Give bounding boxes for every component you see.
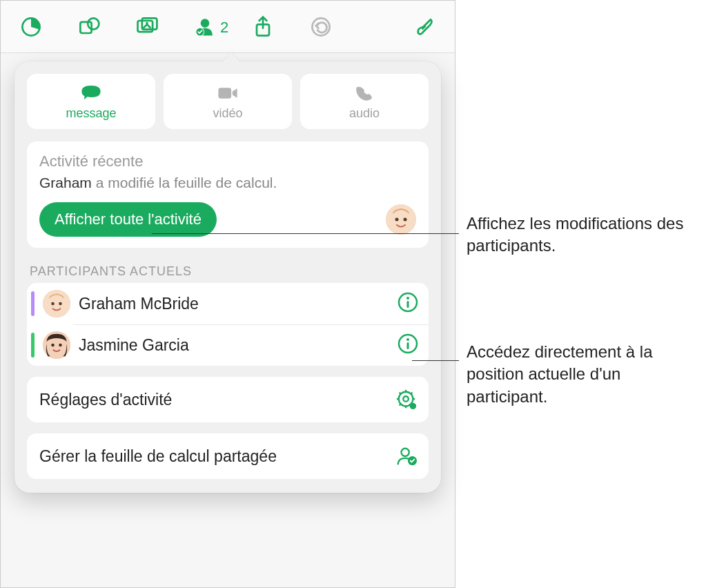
manage-shared-row[interactable]: Gérer la feuille de calcul partagée xyxy=(27,433,429,479)
info-icon xyxy=(397,291,419,313)
message-label: message xyxy=(66,106,116,121)
toolbar: 2 xyxy=(1,1,455,53)
svg-point-37 xyxy=(410,403,416,409)
svg-point-13 xyxy=(395,218,399,222)
show-all-activity-button[interactable]: Afficher toute l'activité xyxy=(39,202,217,237)
message-icon xyxy=(79,83,103,104)
activity-row: Afficher toute l'activité xyxy=(39,202,416,237)
participant-avatar xyxy=(43,331,70,359)
activity-settings-label: Réglages d'activité xyxy=(39,391,172,409)
collaborate-icon xyxy=(193,14,217,39)
participants-header: PARTICIPANTS ACTUELS xyxy=(27,264,429,283)
participant-name: Jasmine Garcia xyxy=(79,336,389,355)
message-button[interactable]: message xyxy=(27,74,155,129)
svg-point-38 xyxy=(401,449,409,456)
toolbar-shapes-button[interactable] xyxy=(75,13,103,41)
app-frame: 2 xyxy=(0,0,455,588)
callout-line xyxy=(412,360,459,361)
person-check-icon xyxy=(395,445,418,467)
activity-description: Graham a modifié la feuille de calcul. xyxy=(39,175,416,191)
gear-icon xyxy=(395,389,418,411)
pie-chart-icon xyxy=(19,14,43,39)
video-label: vidéo xyxy=(213,106,242,121)
paintbrush-icon xyxy=(412,14,437,39)
recent-activity-title: Activité récente xyxy=(39,153,416,170)
toolbar-collaborate-button[interactable]: 2 xyxy=(191,13,219,41)
svg-point-28 xyxy=(403,396,409,402)
svg-point-14 xyxy=(404,218,407,222)
activity-avatar xyxy=(386,204,416,235)
avatar-face-icon xyxy=(386,204,416,235)
media-icon xyxy=(135,14,159,39)
collab-count: 2 xyxy=(220,19,228,37)
svg-point-22 xyxy=(51,344,55,347)
callout-line xyxy=(152,233,459,234)
svg-point-16 xyxy=(51,302,55,306)
audio-icon xyxy=(353,83,376,104)
audio-button[interactable]: audio xyxy=(300,74,429,129)
toolbar-media-button[interactable] xyxy=(133,13,161,41)
participant-row[interactable]: Graham McBride xyxy=(27,283,429,324)
svg-point-17 xyxy=(59,302,62,306)
svg-point-19 xyxy=(406,297,409,300)
info-icon xyxy=(397,333,419,355)
toolbar-chart-button[interactable] xyxy=(17,13,45,41)
participant-info-button[interactable] xyxy=(397,333,419,357)
avatar-face-icon xyxy=(43,290,70,317)
svg-point-25 xyxy=(406,338,409,341)
svg-rect-26 xyxy=(407,342,409,349)
presence-indicator xyxy=(31,333,35,357)
callout-position: Accédez directement à la position actuel… xyxy=(467,341,701,408)
manage-shared-label: Gérer la feuille de calcul partagée xyxy=(39,447,277,466)
svg-point-23 xyxy=(59,344,62,347)
participant-avatar xyxy=(43,290,70,317)
activity-action: a modifié la feuille de calcul. xyxy=(92,175,277,190)
toolbar-format-button[interactable] xyxy=(411,13,438,41)
participants-list: Graham McBride xyxy=(27,283,429,366)
presence-indicator xyxy=(31,291,35,316)
toolbar-share-button[interactable] xyxy=(249,13,277,41)
callout-modifications: Affichez les modifications des participa… xyxy=(467,213,701,257)
activity-settings-row[interactable]: Réglages d'activité xyxy=(27,377,429,422)
undo-icon xyxy=(308,14,333,39)
video-button[interactable]: vidéo xyxy=(164,74,292,129)
svg-rect-11 xyxy=(218,88,231,98)
toolbar-undo-button[interactable] xyxy=(307,13,335,41)
collaboration-popover: message vidéo audio Activité récente Gra… xyxy=(14,61,441,493)
svg-point-6 xyxy=(201,19,210,28)
video-icon xyxy=(216,83,239,104)
communication-row: message vidéo audio xyxy=(27,74,429,129)
participant-name: Graham McBride xyxy=(79,295,389,313)
participant-info-button[interactable] xyxy=(397,291,419,316)
svg-rect-20 xyxy=(407,301,409,308)
svg-point-2 xyxy=(88,18,99,29)
share-icon xyxy=(251,14,275,39)
shapes-icon xyxy=(77,14,101,39)
avatar-face-icon xyxy=(43,331,70,359)
activity-actor: Graham xyxy=(39,175,92,190)
participant-row[interactable]: Jasmine Garcia xyxy=(27,324,429,366)
audio-label: audio xyxy=(349,106,380,121)
recent-activity-card: Activité récente Graham a modifié la feu… xyxy=(27,141,429,248)
